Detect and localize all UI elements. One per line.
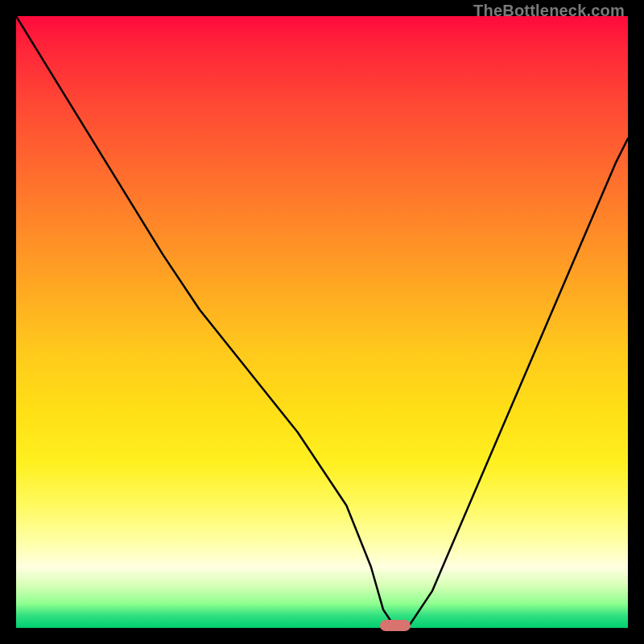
bottleneck-curve — [16, 16, 628, 628]
watermark-text: TheBottleneck.com — [473, 2, 625, 20]
optimal-marker — [380, 620, 411, 631]
chart-container: TheBottleneck.com — [0, 0, 644, 644]
